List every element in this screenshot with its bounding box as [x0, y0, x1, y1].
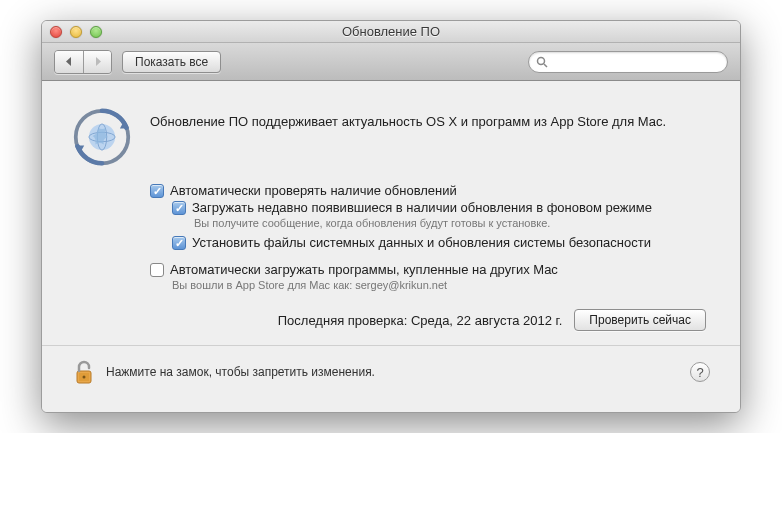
help-label: ?	[696, 365, 703, 380]
last-check-value: Среда, 22 августа 2012 г.	[411, 313, 562, 328]
svg-point-10	[83, 376, 86, 379]
last-check-text: Последняя проверка: Среда, 22 августа 20…	[278, 313, 563, 328]
window-title: Обновление ПО	[42, 24, 740, 39]
label-auto-download-apps: Автоматически загружать программы, купле…	[170, 262, 558, 277]
option-auto-download-apps[interactable]: Автоматически загружать программы, купле…	[150, 262, 710, 277]
nav-segment	[54, 50, 112, 74]
label-install-system: Установить файлы системных данных и обно…	[192, 235, 651, 250]
check-now-label: Проверить сейчас	[589, 313, 691, 327]
divider	[42, 345, 740, 346]
footer-row: Нажмите на замок, чтобы запретить измене…	[72, 358, 710, 392]
intro-row: Обновление ПО поддерживает актуальность …	[72, 107, 710, 167]
checkbox-install-system[interactable]	[172, 236, 186, 250]
chevron-left-icon	[65, 57, 73, 66]
option-install-system[interactable]: Установить файлы системных данных и обно…	[172, 235, 710, 250]
checkbox-download-bg[interactable]	[172, 201, 186, 215]
last-check-row: Последняя проверка: Среда, 22 августа 20…	[72, 309, 710, 331]
label-download-bg: Загружать недавно появившиеся в наличии …	[192, 200, 652, 215]
search-icon	[536, 56, 548, 68]
forward-button[interactable]	[83, 51, 111, 73]
option-download-bg[interactable]: Загружать недавно появившиеся в наличии …	[172, 200, 710, 215]
checkbox-auto-check[interactable]	[150, 184, 164, 198]
last-check-prefix: Последняя проверка:	[278, 313, 408, 328]
chevron-right-icon	[94, 57, 102, 66]
lock-icon[interactable]	[72, 358, 96, 386]
content-area: Обновление ПО поддерживает актуальность …	[42, 81, 740, 412]
check-now-button[interactable]: Проверить сейчас	[574, 309, 706, 331]
lock-text: Нажмите на замок, чтобы запретить измене…	[106, 365, 680, 379]
subtext-auto-download-apps: Вы вошли в App Store для Mac как: sergey…	[172, 279, 710, 291]
option-auto-check[interactable]: Автоматически проверять наличие обновлен…	[150, 183, 710, 198]
search-wrapper	[528, 51, 728, 73]
svg-point-0	[538, 57, 545, 64]
back-button[interactable]	[55, 51, 83, 73]
options-group: Автоматически проверять наличие обновлен…	[150, 183, 710, 291]
software-update-icon	[72, 107, 132, 167]
search-input[interactable]	[528, 51, 728, 73]
show-all-button[interactable]: Показать все	[122, 51, 221, 73]
checkbox-auto-download-apps[interactable]	[150, 263, 164, 277]
preferences-window: Обновление ПО Показать все	[41, 20, 741, 413]
svg-line-1	[544, 64, 547, 67]
label-auto-check: Автоматически проверять наличие обновлен…	[170, 183, 457, 198]
help-button[interactable]: ?	[690, 362, 710, 382]
titlebar: Обновление ПО	[42, 21, 740, 43]
subtext-download-bg: Вы получите сообщение, когда обновления …	[194, 217, 710, 229]
intro-text: Обновление ПО поддерживает актуальность …	[150, 107, 666, 131]
show-all-label: Показать все	[135, 55, 208, 69]
toolbar: Показать все	[42, 43, 740, 81]
